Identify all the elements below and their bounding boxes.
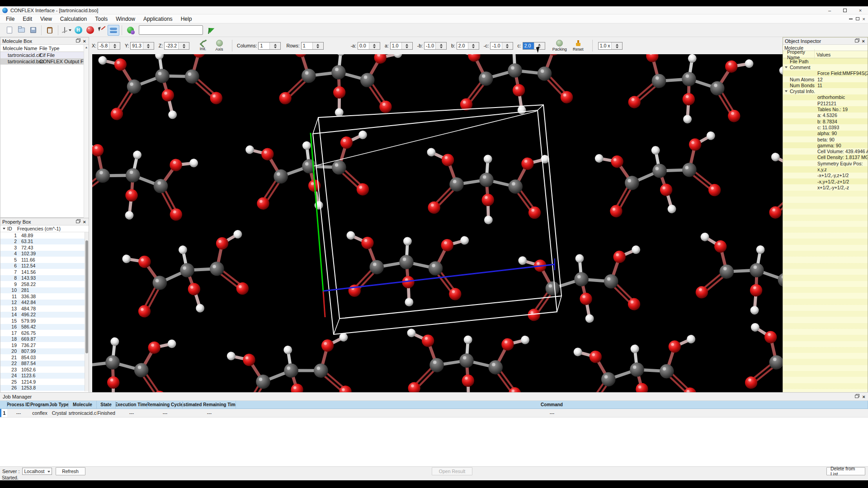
frequency-row[interactable]: 11336.38 xyxy=(0,293,85,300)
menu-file[interactable]: File xyxy=(2,16,19,22)
o-atom[interactable] xyxy=(547,54,561,56)
o-atom[interactable] xyxy=(627,95,642,109)
c-atom[interactable] xyxy=(659,363,675,379)
molecule[interactable] xyxy=(518,245,646,328)
paste-button[interactable] xyxy=(44,25,56,36)
close-panel-icon[interactable]: × xyxy=(83,39,86,43)
spinner-up-icon[interactable] xyxy=(183,42,185,46)
c-atom[interactable] xyxy=(459,353,474,368)
b-spinner[interactable]: b:2.0 xyxy=(451,42,479,50)
spinner-down-icon[interactable] xyxy=(113,47,116,50)
column-remaining-cycle[interactable]: Remaining Cycle xyxy=(147,401,183,408)
frequency-row[interactable]: 14496.22 xyxy=(0,312,85,318)
chevron-down-icon[interactable] xyxy=(3,228,5,231)
c-atom[interactable] xyxy=(651,163,668,179)
h-atom[interactable] xyxy=(168,110,177,119)
frequency-row[interactable]: 5111.66 xyxy=(0,257,85,263)
c-atom[interactable] xyxy=(283,362,299,379)
inspector-row[interactable]: x+1/2,-y+1/2,-z xyxy=(783,184,868,190)
inspector-row[interactable]: Comment xyxy=(783,64,868,70)
frequency-row[interactable]: 251214.9 xyxy=(0,379,85,385)
frequency-row[interactable]: 7141.56 xyxy=(0,269,85,275)
float-panel-icon[interactable] xyxy=(855,39,859,42)
molecule[interactable] xyxy=(573,334,703,392)
frequency-row[interactable]: 16586.42 xyxy=(0,324,85,330)
menu-tools[interactable]: Tools xyxy=(91,16,112,22)
frequency-row[interactable]: 10281 xyxy=(0,287,85,294)
a-spinner[interactable]: -a:0.0 xyxy=(351,42,380,50)
spinner-up-icon[interactable] xyxy=(616,42,618,46)
chevron-down-icon[interactable] xyxy=(785,66,788,70)
h-atom[interactable] xyxy=(630,344,640,354)
column-file-type[interactable]: File Type xyxy=(39,46,59,51)
inspector-row[interactable]: -x+1/2,-y,z+1/2 xyxy=(783,173,868,178)
new-file-button[interactable] xyxy=(4,25,15,36)
frequency-row[interactable]: 21854.03 xyxy=(0,354,85,361)
c-atom[interactable] xyxy=(429,357,444,373)
o-atom[interactable] xyxy=(462,374,475,387)
spinner-down-icon[interactable] xyxy=(506,47,509,50)
zoom-spinner[interactable]: 1.0 x xyxy=(598,42,623,50)
spinner-down-icon[interactable] xyxy=(274,47,277,50)
c-atom[interactable] xyxy=(399,254,414,269)
h-atom[interactable] xyxy=(460,236,469,245)
c-atom[interactable] xyxy=(154,68,170,84)
add-atom-button[interactable] xyxy=(84,25,96,36)
molecule[interactable] xyxy=(779,54,783,138)
inspector-row[interactable]: x,y,z xyxy=(783,166,868,172)
h-atom[interactable] xyxy=(122,254,132,264)
o-atom[interactable] xyxy=(124,188,139,202)
c-atom[interactable] xyxy=(313,362,329,379)
spinner-down-icon[interactable] xyxy=(316,47,319,50)
frequency-row[interactable]: 372.43 xyxy=(0,244,85,251)
h-atom[interactable] xyxy=(110,337,119,347)
h-atom[interactable] xyxy=(195,303,205,313)
float-panel-icon[interactable] xyxy=(76,220,80,223)
spinner-up-icon[interactable] xyxy=(406,42,408,46)
c-atom[interactable] xyxy=(179,262,195,278)
o-atom[interactable] xyxy=(192,54,206,59)
spinner-up-icon[interactable] xyxy=(538,42,541,46)
spinner-down-icon[interactable] xyxy=(472,47,475,50)
menu-help[interactable]: Help xyxy=(177,16,196,22)
spinner-arrows[interactable] xyxy=(369,42,380,49)
molecule[interactable] xyxy=(98,54,229,128)
inspector-row[interactable]: gamma: 90 xyxy=(783,142,868,148)
open-result-button[interactable]: Open Result xyxy=(432,467,472,475)
o-atom[interactable] xyxy=(294,54,307,58)
o-atom[interactable] xyxy=(235,281,250,296)
column-program[interactable]: Program xyxy=(30,401,50,408)
frequency-row[interactable]: 8143.93 xyxy=(0,275,85,282)
add-hydrogen-button[interactable]: H xyxy=(72,25,84,36)
c-atom[interactable] xyxy=(749,262,765,278)
h-atom[interactable] xyxy=(517,106,526,115)
inspector-row[interactable]: Force Field:MMFF94S(2010... xyxy=(783,70,868,76)
menu-view[interactable]: View xyxy=(36,16,56,22)
spinner-arrows[interactable] xyxy=(109,42,120,49)
menu-calculation[interactable]: Calculation xyxy=(56,16,91,22)
spinner-value[interactable]: 91.3 xyxy=(130,42,154,50)
molecule-list-item[interactable]: tartronicacid.cifCif File xyxy=(0,52,89,58)
frequency-row[interactable]: 12442.84 xyxy=(0,300,85,306)
molecule[interactable] xyxy=(226,333,359,392)
frequency-row[interactable]: 13484.78 xyxy=(0,305,85,312)
packing-button[interactable]: Packing xyxy=(550,40,570,52)
o-atom[interactable] xyxy=(187,282,201,296)
spinner-value[interactable]: 1.0 x xyxy=(598,42,623,50)
inspector-row[interactable]: Crystal Info. xyxy=(783,88,868,94)
b-spinner[interactable]: -b:-1.0 xyxy=(417,42,447,50)
c-atom[interactable] xyxy=(331,65,347,80)
o-atom[interactable] xyxy=(348,284,361,297)
h-atom[interactable] xyxy=(744,59,754,69)
spinner-up-icon[interactable] xyxy=(316,42,319,46)
o-atom[interactable] xyxy=(209,91,223,105)
save-file-button[interactable] xyxy=(27,25,39,36)
h-atom[interactable] xyxy=(573,347,583,357)
spinner-down-icon[interactable] xyxy=(373,47,376,50)
frequency-row[interactable]: 20807.99 xyxy=(0,348,85,355)
inspector-row[interactable]: b: 8.7834 xyxy=(783,118,868,124)
column-execution-time[interactable]: Execution Time xyxy=(116,401,147,408)
o-atom[interactable] xyxy=(512,84,525,97)
draw-bond-button[interactable] xyxy=(96,25,108,36)
frequency-row[interactable]: 17626.75 xyxy=(0,330,85,336)
